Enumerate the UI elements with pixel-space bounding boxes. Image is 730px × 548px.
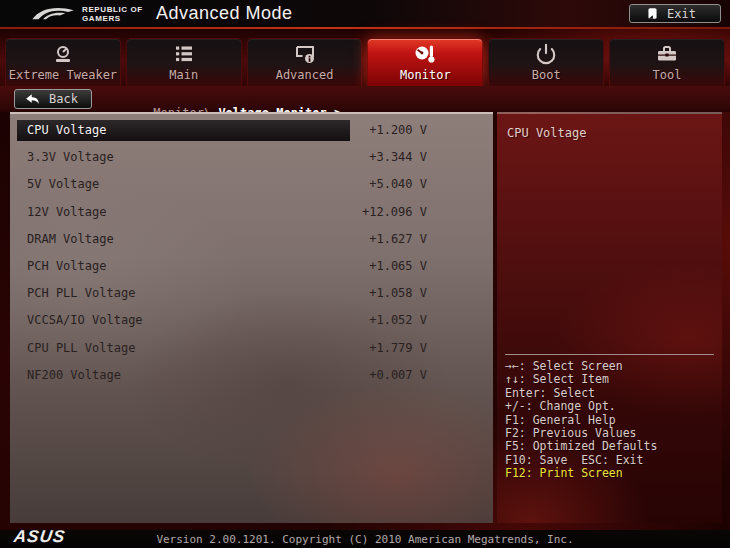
voltage-label: VCCSA/IO Voltage	[27, 313, 143, 327]
hotkey-hint: F1: General Help	[505, 414, 714, 427]
bios-screen: REPUBLIC OF GAMERS Advanced Mode Exit Ex…	[0, 0, 730, 548]
list-icon	[127, 43, 241, 67]
voltage-label: 5V Voltage	[27, 177, 99, 191]
voltage-label: PCH PLL Voltage	[27, 286, 135, 300]
mode-title: Advanced Mode	[156, 3, 293, 24]
footer-bar: ASUS Version 2.00.1201. Copyright (C) 20…	[0, 530, 730, 548]
breadcrumb-bar: Back Monitor\ Voltage Monitor >	[0, 86, 730, 112]
voltage-row[interactable]: 3.3V Voltage +3.344 V	[10, 146, 493, 173]
tweaker-icon	[6, 43, 120, 67]
version-text: Version 2.00.1201. Copyright (C) 2010 Am…	[0, 533, 730, 546]
voltage-value: +1.627 V	[369, 232, 427, 246]
back-button[interactable]: Back	[14, 89, 92, 109]
voltage-value: +5.040 V	[369, 177, 427, 191]
tab-boot[interactable]: Boot	[488, 38, 604, 86]
tab-bar: Extreme Tweaker Main Advanced Monitor Bo…	[0, 29, 730, 86]
voltage-row[interactable]: NF200 Voltage +0.007 V	[10, 364, 493, 391]
hotkey-hint: F5: Optimized Defaults	[505, 440, 714, 453]
help-panel: CPU Voltage →←: Select Screen↑↓: Select …	[497, 112, 722, 523]
voltage-row[interactable]: 5V Voltage +5.040 V	[10, 173, 493, 200]
hotkey-hint: Enter: Select	[505, 387, 714, 400]
voltage-label: CPU PLL Voltage	[27, 341, 135, 355]
header-bar: REPUBLIC OF GAMERS Advanced Mode Exit	[0, 0, 730, 27]
voltage-value: +1.200 V	[369, 123, 427, 137]
voltage-value: +1.058 V	[369, 286, 427, 300]
tab-extreme-tweaker[interactable]: Extreme Tweaker	[5, 38, 121, 86]
voltage-value: +1.052 V	[369, 313, 427, 327]
hotkey-hint: F10: Save ESC: Exit	[505, 454, 714, 467]
voltage-row[interactable]: CPU Voltage +1.200 V	[10, 119, 493, 146]
voltage-value: +3.344 V	[369, 150, 427, 164]
voltage-row[interactable]: VCCSA/IO Voltage +1.052 V	[10, 309, 493, 336]
brand-line2: GAMERS	[82, 14, 143, 23]
voltage-row[interactable]: PCH PLL Voltage +1.058 V	[10, 282, 493, 309]
power-icon	[489, 43, 603, 67]
hotkey-legend: →←: Select Screen↑↓: Select ItemEnter: S…	[505, 354, 714, 481]
voltage-row[interactable]: CPU PLL Voltage +1.779 V	[10, 337, 493, 364]
tab-advanced[interactable]: Advanced	[247, 38, 363, 86]
back-arrow-icon	[25, 93, 40, 105]
rog-logo-icon	[30, 3, 76, 25]
tab-main[interactable]: Main	[126, 38, 242, 86]
voltage-value: +12.096 V	[362, 205, 427, 219]
hotkey-hint: +/-: Change Opt.	[505, 400, 714, 413]
voltage-value: +0.007 V	[369, 368, 427, 382]
voltage-label: 3.3V Voltage	[27, 150, 114, 164]
hotkey-hint: →←: Select Screen	[505, 360, 714, 373]
voltage-row[interactable]: DRAM Voltage +1.627 V	[10, 228, 493, 255]
voltage-label: CPU Voltage	[27, 123, 106, 137]
brand-text: REPUBLIC OF GAMERS	[82, 5, 143, 23]
voltage-label: DRAM Voltage	[27, 232, 114, 246]
voltage-label: 12V Voltage	[27, 205, 106, 219]
hotkey-hint: F2: Previous Values	[505, 427, 714, 440]
voltage-value: +1.779 V	[369, 341, 427, 355]
item-description: CPU Voltage	[507, 126, 586, 140]
exit-button[interactable]: Exit	[629, 4, 721, 23]
voltage-label: PCH Voltage	[27, 259, 106, 273]
back-label: Back	[49, 92, 78, 106]
advanced-info-icon	[248, 43, 362, 67]
brand-line1: REPUBLIC OF	[82, 5, 143, 14]
voltage-monitor-list: CPU Voltage +1.200 V 3.3V Voltage +3.344…	[10, 112, 493, 523]
hotkey-hint: ↑↓: Select Item	[505, 373, 714, 386]
gauge-thermometer-icon	[368, 43, 482, 67]
exit-label: Exit	[667, 7, 696, 21]
voltage-value: +1.065 V	[369, 259, 427, 273]
tab-tool[interactable]: Tool	[609, 38, 725, 86]
voltage-row[interactable]: PCH Voltage +1.065 V	[10, 255, 493, 282]
toolbox-icon	[610, 43, 724, 67]
voltage-label: NF200 Voltage	[27, 368, 121, 382]
exit-door-icon	[646, 7, 659, 20]
tab-monitor[interactable]: Monitor	[367, 38, 483, 86]
hotkey-hint: F12: Print Screen	[505, 467, 714, 480]
voltage-row[interactable]: 12V Voltage +12.096 V	[10, 201, 493, 228]
